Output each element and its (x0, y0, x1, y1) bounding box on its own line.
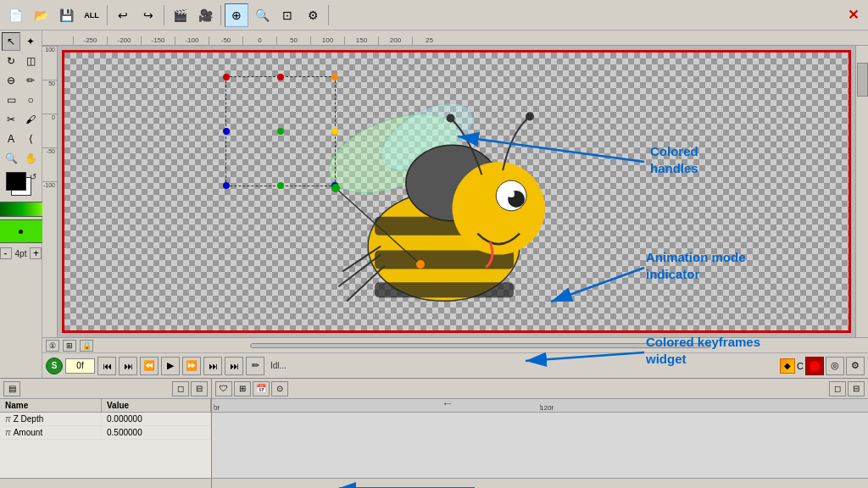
rewind-button[interactable]: ⏭ (119, 357, 137, 375)
timeline-layer-icon[interactable]: ⊞ (234, 381, 251, 396)
save-all-button[interactable]: ALL (80, 3, 103, 27)
param-row-amount: πAmount 0.500000 (0, 426, 211, 440)
feather-tool[interactable]: ⟨ (21, 130, 40, 148)
forward-to-end-button[interactable]: ⏭ (225, 357, 243, 375)
separator1 (107, 5, 108, 25)
ruler-mark: 150 (344, 36, 378, 45)
save-button[interactable]: 💾 (54, 3, 78, 27)
undo-button[interactable]: ↩ (111, 3, 135, 27)
render-btn2[interactable]: ⚙ (301, 3, 325, 27)
record-button[interactable]: 🎥 (193, 3, 217, 27)
play-button[interactable]: ▶ (161, 357, 180, 375)
params-value-col-header: Value (102, 399, 211, 412)
render-button[interactable]: 🎬 (168, 3, 192, 27)
vertical-scrollbar[interactable] (855, 46, 868, 337)
size-value-label: 4pt (15, 249, 27, 258)
ruler-mark: 100 (310, 36, 344, 45)
swap-colors-icon[interactable]: ↺ (30, 172, 36, 181)
playback-toolbar: S ⏮ ⏭ ⏪ ▶ ⏩ ⏭ ⏭ ✏ Idl... ◆ C (42, 352, 868, 378)
hand-tool[interactable]: ✋ (21, 149, 40, 168)
transform-mode-button[interactable]: ⊕ (225, 3, 248, 27)
timeline-minimize-button[interactable]: ◻ (829, 381, 846, 396)
ruler-mark: -250 (73, 36, 107, 45)
open-button[interactable]: 📂 (29, 3, 53, 27)
mirror-tool[interactable]: ⊖ (2, 71, 20, 90)
rectangle-tool[interactable]: ▭ (2, 91, 20, 109)
timeline-ruler: 0f 120f ← (212, 399, 868, 413)
increase-size-button[interactable]: + (30, 247, 42, 259)
zoom-tool[interactable]: 🔍 (2, 149, 20, 168)
ruler-mark: -150 (141, 36, 175, 45)
timeline-panel-scrollbar[interactable] (212, 478, 868, 488)
scale-tool[interactable]: ◫ (21, 52, 40, 70)
horizontal-scrollbar[interactable] (250, 343, 711, 348)
grid-button[interactable]: ⊞ (63, 340, 76, 352)
params-panel-scrollbar[interactable] (0, 478, 211, 488)
toolbar-top: 📄 📂 💾 ALL ↩ ↪ 🎬 🎥 ⊕ 🔍 ⊡ ⚙ ✕ (0, 0, 868, 30)
canvas-area: -250 -200 -150 -100 -50 0 50 100 150 200… (42, 30, 868, 378)
scrollbar-thumb[interactable] (857, 63, 868, 97)
zoom-mode-button[interactable]: 🔍 (250, 3, 274, 27)
decrease-size-button[interactable]: - (0, 247, 12, 259)
pencil-tool[interactable]: ✏ (21, 71, 40, 90)
fast-forward-button[interactable]: ⏭ (203, 357, 222, 375)
keyframe-diamond-icon[interactable]: ◆ (780, 358, 795, 374)
color-dot (19, 230, 23, 234)
step-back-button[interactable]: ⏪ (140, 357, 159, 375)
separator3 (220, 5, 221, 25)
timeline-arrow: ← (442, 396, 453, 410)
gradient-swatch[interactable] (0, 202, 47, 217)
redo-button[interactable]: ↪ (136, 3, 160, 27)
params-panel-toolbar: ▤ ◻ ⊟ (0, 379, 211, 399)
pencil-button[interactable]: ✏ (246, 357, 264, 375)
ruler-v-mark: 0 (42, 114, 57, 147)
anim-mode-button[interactable] (805, 357, 824, 375)
params-panel: ▤ ◻ ⊟ Name Value πZ Depth 0.000000 (0, 379, 212, 488)
smooth-move-tool[interactable]: ✦ (21, 32, 40, 51)
color-swatches: ↺ (6, 172, 36, 197)
new-button[interactable]: 📄 (3, 3, 27, 27)
color-swatch-pair[interactable]: ↺ (6, 172, 36, 197)
param-zdepth-value[interactable]: 0.000000 (102, 413, 211, 425)
params-panel-icon[interactable]: ▤ (3, 381, 20, 396)
timeline-mark-0f: 0f (214, 404, 220, 412)
synfig-logo-button[interactable]: S (46, 358, 63, 374)
circle-tool[interactable]: ○ (21, 91, 40, 109)
text-tool[interactable]: A (2, 130, 20, 148)
param-amount-value[interactable]: 0.500000 (102, 426, 211, 439)
timeline-params-icon[interactable]: 🛡 (215, 381, 232, 396)
foreground-color-swatch[interactable] (6, 172, 26, 191)
step-forward-button[interactable]: ⏩ (182, 357, 201, 375)
timeline-render-icon[interactable]: ⊙ (271, 381, 288, 396)
onion-skin-button[interactable]: ◎ (826, 357, 844, 375)
cut-tool[interactable]: ✂ (2, 110, 20, 129)
svg-point-20 (331, 184, 340, 192)
lock-button[interactable]: 🔒 (80, 340, 93, 352)
timeline-keyframe-icon[interactable]: 📅 (253, 381, 270, 396)
keyframe-c-label: C (797, 361, 804, 371)
params-minimize-button[interactable]: ◻ (172, 381, 189, 396)
ruler-mark: -50 (209, 36, 242, 45)
ruler-mark: -100 (175, 36, 209, 45)
size-controls: - 4pt + (0, 247, 42, 259)
ruler-mark: 0 (242, 36, 276, 45)
params-dock-button[interactable]: ⊟ (191, 381, 208, 396)
timeline-mark-120f: 120f (540, 404, 554, 412)
color-box[interactable] (0, 219, 47, 243)
canvas-background[interactable] (64, 53, 849, 330)
timeline-dock-button[interactable]: ⊟ (848, 381, 865, 396)
view-btn[interactable]: ⊡ (275, 3, 299, 27)
ruler-v-mark: 50 (42, 80, 57, 114)
canvas-content (58, 46, 868, 337)
brush-tool[interactable]: 🖌 (21, 110, 40, 129)
rotate-tool[interactable]: ↻ (2, 52, 20, 70)
nav-button[interactable]: ① (46, 340, 59, 352)
ruler-horizontal: -250 -200 -150 -100 -50 0 50 100 150 200… (42, 30, 868, 46)
separator2 (164, 5, 164, 25)
pointer-tool[interactable]: ↖ (2, 32, 20, 51)
frame-input[interactable] (65, 358, 95, 374)
settings-button[interactable]: ⚙ (846, 357, 865, 375)
close-button[interactable]: ✕ (841, 3, 865, 27)
pi-icon: π (5, 428, 11, 437)
rewind-to-start-button[interactable]: ⏮ (97, 357, 116, 375)
